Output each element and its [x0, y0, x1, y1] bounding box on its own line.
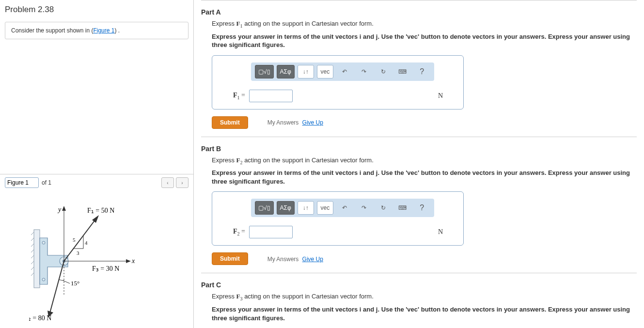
part-a-answer-input[interactable]	[249, 90, 293, 102]
keyboard-button[interactable]: ⌨	[394, 65, 411, 78]
f3-label: F₃ = 30 N	[92, 265, 119, 272]
part-b-instruct: Express your answer in terms of the unit…	[201, 169, 637, 186]
subscript-button[interactable]: ↓↑	[298, 201, 314, 215]
part-a-instruct: Express your answer in terms of the unit…	[201, 32, 637, 49]
part-b-answer-box: ▢√▯ ΑΣφ ↓↑ vec ↶ ↷ ↻ ⌨ ? F2 = N	[212, 191, 464, 246]
template-button[interactable]: ▢√▯	[255, 201, 274, 215]
subscript-button[interactable]: ↓↑	[298, 65, 314, 78]
prompt-prefix: Consider the support shown in (	[11, 27, 93, 34]
left-panel: Problem 2.38 Consider the support shown …	[0, 0, 194, 328]
svg-line-17	[64, 218, 97, 261]
tri3: 3	[77, 250, 79, 256]
svg-line-4	[31, 250, 34, 252]
part-a-unit: N	[438, 92, 453, 100]
svg-line-1	[31, 232, 34, 235]
svg-line-3	[31, 244, 34, 247]
prompt-suffix: ) .	[114, 27, 120, 34]
redo-button[interactable]: ↷	[356, 201, 372, 215]
x-axis-label: x	[131, 257, 135, 265]
reset-button[interactable]: ↻	[375, 201, 392, 215]
vec-button[interactable]: vec	[317, 201, 333, 215]
greek-button[interactable]: ΑΣφ	[277, 65, 295, 78]
part-b-title: Part B	[201, 143, 637, 156]
figure-link[interactable]: Figure 1	[93, 27, 114, 34]
part-b-actions: Submit My Answers Give Up	[212, 252, 637, 265]
figure-selector[interactable]	[5, 177, 39, 188]
svg-line-7	[31, 267, 34, 270]
angle15: 15°	[71, 280, 79, 287]
problem-prompt: Consider the support shown in (Figure 1)…	[5, 22, 188, 39]
problem-title: Problem 2.38	[0, 0, 193, 19]
part-c: Part C Express F3 acting on the support …	[201, 273, 637, 328]
svg-line-19	[49, 261, 64, 314]
part-b-var-label: F2 =	[223, 228, 245, 236]
redo-button[interactable]: ↷	[356, 65, 372, 78]
figure-header: of 1 ‹ ›	[0, 174, 193, 191]
svg-rect-0	[34, 230, 40, 288]
f1-label: F₁ = 50 N	[87, 207, 114, 214]
give-up-link[interactable]: Give Up	[302, 119, 323, 126]
svg-line-8	[31, 273, 34, 276]
part-b-prompt: Express F2 acting on the support in Cart…	[201, 156, 637, 165]
part-a-var-label: F1 =	[223, 92, 245, 100]
figure-prev-button[interactable]: ‹	[161, 177, 174, 188]
template-button[interactable]: ▢√▯	[255, 65, 274, 78]
svg-line-6	[31, 261, 34, 264]
tri4: 4	[85, 240, 88, 246]
tri5: 5	[73, 237, 76, 243]
vec-button[interactable]: vec	[317, 65, 333, 78]
y-axis-label: y	[57, 206, 62, 213]
figure-section: of 1 ‹ ›	[0, 174, 193, 328]
part-a-title: Part A	[201, 6, 637, 20]
part-a-actions: Submit My Answers Give Up	[212, 116, 637, 129]
part-a-answer-box: ▢√▯ ΑΣφ ↓↑ vec ↶ ↷ ↻ ⌨ ? F1 = N	[212, 55, 464, 109]
give-up-link[interactable]: Give Up	[302, 256, 323, 263]
svg-point-9	[42, 241, 45, 244]
figure-diagram: y x F₁ = 50 N 3 4 5 F₃ = 30 N	[0, 191, 193, 328]
svg-line-2	[31, 238, 34, 241]
part-c-instruct: Express your answer in terms of the unit…	[201, 305, 637, 322]
help-button[interactable]: ?	[414, 201, 430, 215]
svg-marker-16	[126, 259, 131, 263]
f2-label: F₂ = 80 N	[29, 314, 51, 322]
submit-button[interactable]: Submit	[212, 116, 248, 129]
part-c-title: Part C	[201, 279, 637, 293]
right-panel: Part A Express F1 acting on the support …	[194, 0, 644, 328]
keyboard-button[interactable]: ⌨	[394, 201, 411, 215]
my-answers-label: My Answers	[267, 256, 299, 263]
svg-line-5	[31, 255, 34, 258]
figure-of-label: of 1	[42, 179, 51, 186]
part-b-unit: N	[438, 228, 453, 236]
equation-toolbar: ▢√▯ ΑΣφ ↓↑ vec ↶ ↷ ↻ ⌨ ?	[251, 62, 434, 81]
equation-toolbar: ▢√▯ ΑΣφ ↓↑ vec ↶ ↷ ↻ ⌨ ?	[251, 199, 434, 217]
part-a-prompt: Express F1 acting on the support in Cart…	[201, 20, 637, 29]
svg-marker-18	[92, 215, 99, 223]
part-a: Part A Express F1 acting on the support …	[201, 0, 637, 137]
figure-next-button[interactable]: ›	[176, 177, 188, 188]
my-answers-label: My Answers	[267, 119, 299, 126]
svg-point-10	[42, 278, 45, 281]
submit-button[interactable]: Submit	[212, 252, 248, 265]
svg-marker-14	[62, 206, 66, 211]
help-button[interactable]: ?	[414, 65, 430, 78]
undo-button[interactable]: ↶	[336, 65, 353, 78]
undo-button[interactable]: ↶	[336, 201, 353, 215]
greek-button[interactable]: ΑΣφ	[277, 201, 295, 215]
reset-button[interactable]: ↻	[375, 65, 392, 78]
part-b-answer-input[interactable]	[249, 226, 293, 238]
part-c-prompt: Express F3 acting on the support in Cart…	[201, 293, 637, 301]
part-b: Part B Express F2 acting on the support …	[201, 137, 637, 273]
